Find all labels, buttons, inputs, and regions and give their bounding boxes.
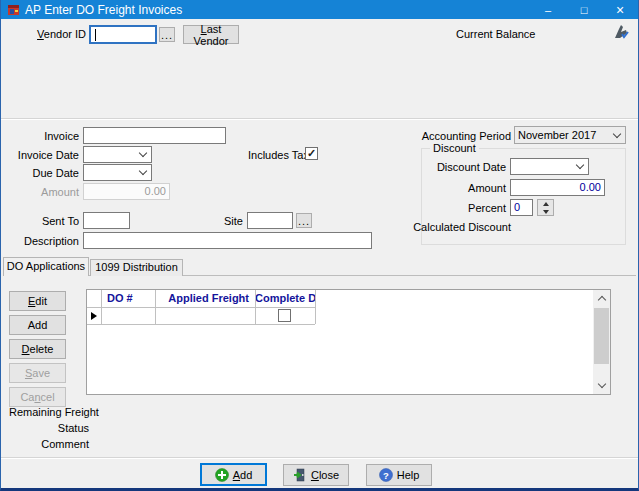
invoice-input[interactable] bbox=[83, 127, 226, 144]
add-button[interactable]: Add bbox=[200, 463, 267, 486]
cancel-button[interactable]: Cancel bbox=[9, 387, 66, 407]
close-icon: × bbox=[616, 2, 624, 18]
grid-vertical-scrollbar[interactable] bbox=[593, 290, 610, 394]
invoice-date-label: Invoice Date bbox=[9, 149, 79, 162]
close-button[interactable]: Close bbox=[283, 464, 349, 486]
due-date-combobox[interactable] bbox=[83, 164, 152, 181]
invoice-date-combobox[interactable] bbox=[83, 146, 152, 163]
description-input[interactable] bbox=[83, 232, 372, 249]
status-label: Status bbox=[9, 422, 89, 435]
tab-1099-distribution[interactable]: 1099 Distribution bbox=[90, 259, 183, 276]
spinner-down-icon bbox=[543, 210, 549, 214]
do-applications-grid[interactable]: DO # Applied Freight Complete DO bbox=[86, 289, 611, 395]
chevron-down-icon bbox=[139, 167, 147, 175]
scrollbar-up-button[interactable] bbox=[593, 290, 610, 307]
close-window-button[interactable]: × bbox=[602, 0, 638, 19]
footer-divider bbox=[1, 457, 638, 459]
grid-column-header-applied-freight: Applied Freight bbox=[155, 290, 252, 307]
section-divider-top bbox=[1, 118, 638, 120]
discount-amount-input[interactable]: 0.00 bbox=[510, 179, 605, 196]
amount-input: 0.00 bbox=[83, 183, 170, 200]
scroll-up-icon bbox=[597, 296, 605, 304]
site-label: Site bbox=[193, 215, 243, 228]
row-selector-arrow-icon bbox=[91, 312, 97, 320]
grid-line bbox=[87, 324, 315, 325]
invoice-label: Invoice bbox=[9, 130, 79, 143]
edit-button[interactable]: Edit bbox=[9, 291, 66, 311]
complete-do-checkbox[interactable] bbox=[278, 309, 291, 322]
app-window: AP Enter DO Freight Invoices – □ × Vendo… bbox=[0, 0, 639, 491]
current-balance-label: Current Balance bbox=[456, 28, 536, 41]
maximize-button[interactable]: □ bbox=[566, 0, 602, 19]
window-title: AP Enter DO Freight Invoices bbox=[25, 3, 182, 17]
vendor-browse-button[interactable]: ... bbox=[159, 27, 175, 42]
grid-column-header-complete-do: Complete DO bbox=[255, 290, 315, 307]
scroll-down-icon bbox=[597, 380, 605, 388]
spinner-up-button[interactable] bbox=[538, 200, 553, 207]
app-icon bbox=[7, 3, 20, 16]
grid-column-header-do-number: DO # bbox=[104, 290, 155, 307]
help-question-icon: ? bbox=[379, 468, 393, 482]
calculated-discount-label: Calculated Discount bbox=[401, 221, 511, 234]
scrollbar-thumb[interactable] bbox=[594, 308, 609, 364]
discount-amount-label: Amount bbox=[401, 182, 506, 195]
comment-label: Comment bbox=[9, 438, 89, 451]
minimize-icon: – bbox=[545, 4, 551, 16]
sent-to-label: Sent To bbox=[9, 215, 79, 228]
discount-percent-label: Percent bbox=[401, 202, 506, 215]
accounting-period-combobox[interactable]: November 2017 bbox=[514, 126, 626, 144]
discount-date-combobox[interactable] bbox=[510, 158, 589, 175]
discount-date-label: Discount Date bbox=[401, 161, 506, 174]
help-button[interactable]: ? Help bbox=[366, 464, 432, 486]
minimize-button[interactable]: – bbox=[530, 0, 566, 19]
save-button[interactable]: Save bbox=[9, 363, 66, 383]
tab-do-applications[interactable]: DO Applications bbox=[3, 257, 89, 276]
last-vendor-button[interactable]: Last Vendor bbox=[183, 25, 239, 44]
scrollbar-down-button[interactable] bbox=[593, 377, 610, 394]
site-input[interactable] bbox=[247, 212, 293, 229]
spinner-down-button[interactable] bbox=[538, 208, 553, 215]
discount-percent-input[interactable]: 0 bbox=[510, 199, 533, 216]
includes-tax-label: Includes Tax bbox=[248, 149, 309, 162]
vendor-id-label: Vendor ID bbox=[9, 28, 86, 41]
text-caret bbox=[95, 29, 96, 41]
title-bar: AP Enter DO Freight Invoices – □ × bbox=[1, 0, 638, 19]
due-date-label: Due Date bbox=[9, 167, 79, 180]
includes-tax-checkbox[interactable]: ✓ bbox=[305, 147, 318, 160]
chevron-down-icon bbox=[576, 161, 584, 169]
delete-button[interactable]: Delete bbox=[9, 339, 66, 359]
chevron-down-icon bbox=[139, 149, 147, 157]
vendor-id-input[interactable] bbox=[89, 25, 157, 44]
discount-group-label: Discount bbox=[430, 142, 479, 154]
hand-stamp-icon[interactable] bbox=[611, 23, 631, 41]
sent-to-input[interactable] bbox=[83, 212, 130, 229]
remaining-freight-label: Remaining Freight bbox=[9, 406, 89, 419]
site-browse-button[interactable]: ... bbox=[296, 213, 312, 228]
add-row-button[interactable]: Add bbox=[9, 315, 66, 335]
amount-label: Amount bbox=[9, 186, 79, 199]
maximize-icon: □ bbox=[581, 4, 588, 16]
checkmark-icon: ✓ bbox=[307, 148, 316, 159]
close-door-icon bbox=[293, 468, 307, 482]
svg-text:?: ? bbox=[383, 470, 389, 481]
add-plus-icon bbox=[215, 468, 229, 482]
percent-spinner bbox=[537, 199, 554, 216]
window-controls: – □ × bbox=[530, 0, 638, 19]
grid-line bbox=[315, 290, 316, 324]
chevron-down-icon bbox=[613, 129, 621, 137]
grid-line bbox=[87, 307, 315, 308]
description-label: Description bbox=[9, 235, 79, 248]
spinner-up-icon bbox=[543, 202, 549, 206]
